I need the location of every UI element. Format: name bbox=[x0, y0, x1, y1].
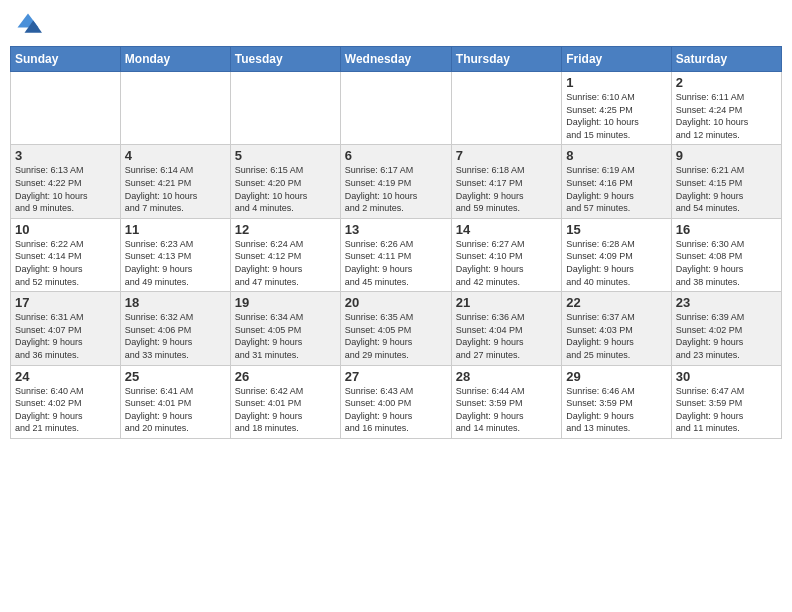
day-info: Sunrise: 6:10 AM Sunset: 4:25 PM Dayligh… bbox=[566, 91, 666, 141]
calendar-cell: 13Sunrise: 6:26 AM Sunset: 4:11 PM Dayli… bbox=[340, 218, 451, 291]
page-header bbox=[10, 10, 782, 38]
day-info: Sunrise: 6:42 AM Sunset: 4:01 PM Dayligh… bbox=[235, 385, 336, 435]
day-number: 19 bbox=[235, 295, 336, 310]
day-number: 13 bbox=[345, 222, 447, 237]
day-number: 4 bbox=[125, 148, 226, 163]
calendar-cell: 10Sunrise: 6:22 AM Sunset: 4:14 PM Dayli… bbox=[11, 218, 121, 291]
weekday-header: Tuesday bbox=[230, 47, 340, 72]
day-info: Sunrise: 6:32 AM Sunset: 4:06 PM Dayligh… bbox=[125, 311, 226, 361]
day-number: 28 bbox=[456, 369, 557, 384]
day-number: 20 bbox=[345, 295, 447, 310]
day-info: Sunrise: 6:36 AM Sunset: 4:04 PM Dayligh… bbox=[456, 311, 557, 361]
day-number: 18 bbox=[125, 295, 226, 310]
calendar-cell bbox=[11, 72, 121, 145]
calendar-cell: 16Sunrise: 6:30 AM Sunset: 4:08 PM Dayli… bbox=[671, 218, 781, 291]
day-info: Sunrise: 6:27 AM Sunset: 4:10 PM Dayligh… bbox=[456, 238, 557, 288]
calendar-cell: 11Sunrise: 6:23 AM Sunset: 4:13 PM Dayli… bbox=[120, 218, 230, 291]
day-number: 25 bbox=[125, 369, 226, 384]
day-info: Sunrise: 6:14 AM Sunset: 4:21 PM Dayligh… bbox=[125, 164, 226, 214]
day-number: 1 bbox=[566, 75, 666, 90]
calendar-cell: 18Sunrise: 6:32 AM Sunset: 4:06 PM Dayli… bbox=[120, 292, 230, 365]
day-info: Sunrise: 6:13 AM Sunset: 4:22 PM Dayligh… bbox=[15, 164, 116, 214]
day-number: 5 bbox=[235, 148, 336, 163]
calendar-week-row: 17Sunrise: 6:31 AM Sunset: 4:07 PM Dayli… bbox=[11, 292, 782, 365]
day-info: Sunrise: 6:23 AM Sunset: 4:13 PM Dayligh… bbox=[125, 238, 226, 288]
calendar-week-row: 1Sunrise: 6:10 AM Sunset: 4:25 PM Daylig… bbox=[11, 72, 782, 145]
calendar-cell: 8Sunrise: 6:19 AM Sunset: 4:16 PM Daylig… bbox=[562, 145, 671, 218]
weekday-header: Saturday bbox=[671, 47, 781, 72]
day-info: Sunrise: 6:46 AM Sunset: 3:59 PM Dayligh… bbox=[566, 385, 666, 435]
calendar-cell: 1Sunrise: 6:10 AM Sunset: 4:25 PM Daylig… bbox=[562, 72, 671, 145]
day-number: 22 bbox=[566, 295, 666, 310]
calendar-cell: 5Sunrise: 6:15 AM Sunset: 4:20 PM Daylig… bbox=[230, 145, 340, 218]
day-number: 12 bbox=[235, 222, 336, 237]
day-info: Sunrise: 6:19 AM Sunset: 4:16 PM Dayligh… bbox=[566, 164, 666, 214]
calendar-cell bbox=[451, 72, 561, 145]
day-info: Sunrise: 6:30 AM Sunset: 4:08 PM Dayligh… bbox=[676, 238, 777, 288]
day-number: 23 bbox=[676, 295, 777, 310]
day-number: 29 bbox=[566, 369, 666, 384]
day-number: 14 bbox=[456, 222, 557, 237]
calendar-cell: 19Sunrise: 6:34 AM Sunset: 4:05 PM Dayli… bbox=[230, 292, 340, 365]
day-info: Sunrise: 6:15 AM Sunset: 4:20 PM Dayligh… bbox=[235, 164, 336, 214]
day-info: Sunrise: 6:44 AM Sunset: 3:59 PM Dayligh… bbox=[456, 385, 557, 435]
weekday-header: Monday bbox=[120, 47, 230, 72]
day-info: Sunrise: 6:28 AM Sunset: 4:09 PM Dayligh… bbox=[566, 238, 666, 288]
weekday-header: Thursday bbox=[451, 47, 561, 72]
calendar-week-row: 10Sunrise: 6:22 AM Sunset: 4:14 PM Dayli… bbox=[11, 218, 782, 291]
day-number: 16 bbox=[676, 222, 777, 237]
day-number: 2 bbox=[676, 75, 777, 90]
calendar-cell bbox=[120, 72, 230, 145]
calendar-table: SundayMondayTuesdayWednesdayThursdayFrid… bbox=[10, 46, 782, 439]
day-number: 17 bbox=[15, 295, 116, 310]
calendar-cell: 6Sunrise: 6:17 AM Sunset: 4:19 PM Daylig… bbox=[340, 145, 451, 218]
logo bbox=[14, 10, 46, 38]
calendar-week-row: 3Sunrise: 6:13 AM Sunset: 4:22 PM Daylig… bbox=[11, 145, 782, 218]
calendar-cell: 20Sunrise: 6:35 AM Sunset: 4:05 PM Dayli… bbox=[340, 292, 451, 365]
calendar-cell: 12Sunrise: 6:24 AM Sunset: 4:12 PM Dayli… bbox=[230, 218, 340, 291]
calendar-cell: 15Sunrise: 6:28 AM Sunset: 4:09 PM Dayli… bbox=[562, 218, 671, 291]
day-number: 27 bbox=[345, 369, 447, 384]
day-number: 3 bbox=[15, 148, 116, 163]
calendar-cell bbox=[340, 72, 451, 145]
day-number: 11 bbox=[125, 222, 226, 237]
day-info: Sunrise: 6:11 AM Sunset: 4:24 PM Dayligh… bbox=[676, 91, 777, 141]
day-number: 8 bbox=[566, 148, 666, 163]
day-number: 15 bbox=[566, 222, 666, 237]
calendar-cell: 28Sunrise: 6:44 AM Sunset: 3:59 PM Dayli… bbox=[451, 365, 561, 438]
day-number: 6 bbox=[345, 148, 447, 163]
day-info: Sunrise: 6:35 AM Sunset: 4:05 PM Dayligh… bbox=[345, 311, 447, 361]
calendar-cell: 3Sunrise: 6:13 AM Sunset: 4:22 PM Daylig… bbox=[11, 145, 121, 218]
day-number: 30 bbox=[676, 369, 777, 384]
weekday-header: Sunday bbox=[11, 47, 121, 72]
day-info: Sunrise: 6:24 AM Sunset: 4:12 PM Dayligh… bbox=[235, 238, 336, 288]
day-number: 7 bbox=[456, 148, 557, 163]
day-info: Sunrise: 6:26 AM Sunset: 4:11 PM Dayligh… bbox=[345, 238, 447, 288]
calendar-cell: 26Sunrise: 6:42 AM Sunset: 4:01 PM Dayli… bbox=[230, 365, 340, 438]
day-number: 24 bbox=[15, 369, 116, 384]
day-number: 21 bbox=[456, 295, 557, 310]
day-info: Sunrise: 6:34 AM Sunset: 4:05 PM Dayligh… bbox=[235, 311, 336, 361]
calendar-cell bbox=[230, 72, 340, 145]
weekday-header: Friday bbox=[562, 47, 671, 72]
day-number: 9 bbox=[676, 148, 777, 163]
calendar-cell: 4Sunrise: 6:14 AM Sunset: 4:21 PM Daylig… bbox=[120, 145, 230, 218]
calendar-cell: 25Sunrise: 6:41 AM Sunset: 4:01 PM Dayli… bbox=[120, 365, 230, 438]
calendar-cell: 29Sunrise: 6:46 AM Sunset: 3:59 PM Dayli… bbox=[562, 365, 671, 438]
logo-icon bbox=[14, 10, 42, 38]
weekday-header: Wednesday bbox=[340, 47, 451, 72]
calendar-cell: 27Sunrise: 6:43 AM Sunset: 4:00 PM Dayli… bbox=[340, 365, 451, 438]
day-info: Sunrise: 6:47 AM Sunset: 3:59 PM Dayligh… bbox=[676, 385, 777, 435]
calendar-cell: 9Sunrise: 6:21 AM Sunset: 4:15 PM Daylig… bbox=[671, 145, 781, 218]
day-info: Sunrise: 6:43 AM Sunset: 4:00 PM Dayligh… bbox=[345, 385, 447, 435]
day-info: Sunrise: 6:40 AM Sunset: 4:02 PM Dayligh… bbox=[15, 385, 116, 435]
day-info: Sunrise: 6:21 AM Sunset: 4:15 PM Dayligh… bbox=[676, 164, 777, 214]
day-info: Sunrise: 6:39 AM Sunset: 4:02 PM Dayligh… bbox=[676, 311, 777, 361]
day-info: Sunrise: 6:22 AM Sunset: 4:14 PM Dayligh… bbox=[15, 238, 116, 288]
day-number: 26 bbox=[235, 369, 336, 384]
calendar-cell: 23Sunrise: 6:39 AM Sunset: 4:02 PM Dayli… bbox=[671, 292, 781, 365]
weekday-header-row: SundayMondayTuesdayWednesdayThursdayFrid… bbox=[11, 47, 782, 72]
day-number: 10 bbox=[15, 222, 116, 237]
calendar-cell: 24Sunrise: 6:40 AM Sunset: 4:02 PM Dayli… bbox=[11, 365, 121, 438]
calendar-cell: 30Sunrise: 6:47 AM Sunset: 3:59 PM Dayli… bbox=[671, 365, 781, 438]
